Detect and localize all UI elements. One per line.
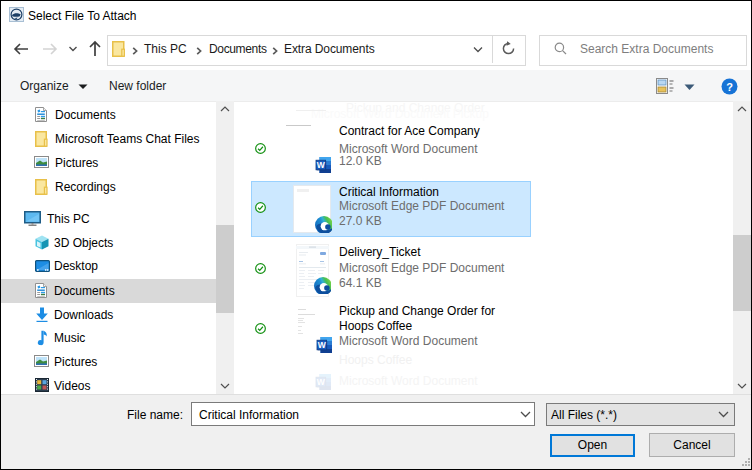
svg-text:?: ? [726, 81, 733, 93]
